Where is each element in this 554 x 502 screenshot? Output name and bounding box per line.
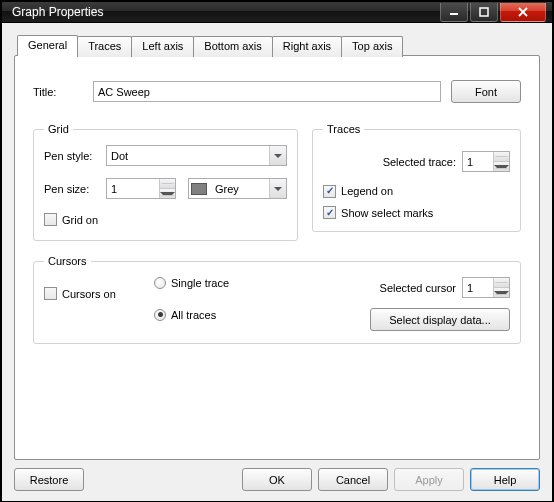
- traces-legend: Traces: [323, 123, 364, 135]
- chevron-down-icon: [269, 146, 286, 165]
- chevron-down-icon: [269, 179, 286, 198]
- cursors-on-label: Cursors on: [62, 288, 116, 300]
- pen-color-value: Grey: [211, 183, 269, 195]
- window-frame: Graph Properties General Traces Left: [0, 0, 554, 502]
- ok-button[interactable]: OK: [242, 468, 312, 491]
- help-button[interactable]: Help: [470, 468, 540, 491]
- checkbox-icon: [323, 185, 336, 198]
- show-marks-label: Show select marks: [341, 207, 433, 219]
- tab-panel-general: Title: Font Grid Pen style: Dot: [14, 55, 540, 460]
- close-button[interactable]: [500, 3, 546, 22]
- checkbox-icon: [44, 213, 57, 226]
- tab-left-axis[interactable]: Left axis: [131, 36, 194, 57]
- pen-size-label: Pen size:: [44, 183, 100, 195]
- spin-down-icon[interactable]: [494, 288, 509, 297]
- show-marks-checkbox[interactable]: Show select marks: [323, 206, 433, 219]
- title-input[interactable]: [93, 81, 441, 102]
- all-traces-label: All traces: [171, 309, 216, 321]
- tab-top-axis[interactable]: Top axis: [341, 36, 403, 57]
- radio-icon: [154, 309, 166, 321]
- checkbox-icon: [44, 287, 57, 300]
- window-title: Graph Properties: [12, 5, 440, 19]
- grid-legend: Grid: [44, 123, 73, 135]
- spin-down-icon[interactable]: [160, 189, 175, 198]
- legend-on-label: Legend on: [341, 185, 393, 197]
- selected-cursor-label: Selected cursor: [380, 282, 456, 294]
- checkbox-icon: [323, 206, 336, 219]
- selected-cursor-value: 1: [463, 282, 493, 294]
- pen-style-value: Dot: [107, 150, 269, 162]
- svg-rect-1: [480, 8, 488, 16]
- all-traces-radio[interactable]: All traces: [154, 309, 216, 321]
- color-swatch-icon: [191, 183, 207, 195]
- selected-trace-label: Selected trace:: [383, 156, 456, 168]
- spin-up-icon[interactable]: [494, 278, 509, 288]
- selected-trace-value: 1: [463, 156, 493, 168]
- pen-style-combo[interactable]: Dot: [106, 145, 287, 166]
- pen-color-combo[interactable]: Grey: [188, 178, 287, 199]
- cursors-legend: Cursors: [44, 255, 91, 267]
- titlebar[interactable]: Graph Properties: [2, 2, 552, 23]
- grid-on-label: Grid on: [62, 214, 98, 226]
- single-trace-label: Single trace: [171, 277, 229, 289]
- maximize-button[interactable]: [470, 3, 498, 22]
- grid-on-checkbox[interactable]: Grid on: [44, 213, 98, 226]
- tab-traces[interactable]: Traces: [77, 36, 132, 57]
- tab-bottom-axis[interactable]: Bottom axis: [193, 36, 272, 57]
- tabstrip: General Traces Left axis Bottom axis Rig…: [14, 35, 540, 56]
- grid-group: Grid Pen style: Dot Pen size:: [33, 123, 298, 241]
- selected-trace-spinner[interactable]: 1: [462, 151, 510, 172]
- pen-style-label: Pen style:: [44, 150, 100, 162]
- spin-up-icon[interactable]: [494, 152, 509, 162]
- spin-down-icon[interactable]: [494, 162, 509, 171]
- cursors-on-checkbox[interactable]: Cursors on: [44, 287, 116, 300]
- apply-button[interactable]: Apply: [394, 468, 464, 491]
- tab-right-axis[interactable]: Right axis: [272, 36, 342, 57]
- cursors-group: Cursors Cursors on: [33, 255, 521, 344]
- selected-cursor-spinner[interactable]: 1: [462, 277, 510, 298]
- font-button[interactable]: Font: [451, 80, 521, 103]
- tab-general[interactable]: General: [17, 35, 78, 56]
- spin-up-icon[interactable]: [160, 179, 175, 189]
- pen-size-value: 1: [107, 183, 159, 195]
- pen-size-spinner[interactable]: 1: [106, 178, 176, 199]
- title-label: Title:: [33, 86, 83, 98]
- legend-on-checkbox[interactable]: Legend on: [323, 185, 393, 198]
- cancel-button[interactable]: Cancel: [318, 468, 388, 491]
- select-display-data-button[interactable]: Select display data...: [370, 308, 510, 331]
- restore-button[interactable]: Restore: [14, 468, 84, 491]
- single-trace-radio[interactable]: Single trace: [154, 277, 229, 289]
- traces-group: Traces Selected trace: 1: [312, 123, 521, 232]
- minimize-button[interactable]: [440, 3, 468, 22]
- radio-icon: [154, 277, 166, 289]
